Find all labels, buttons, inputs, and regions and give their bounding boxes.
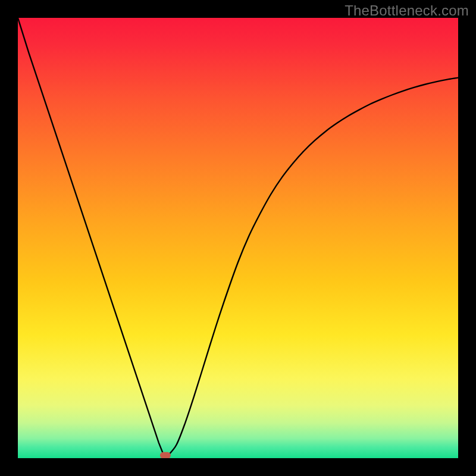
gradient-background: [18, 18, 458, 458]
watermark-text: TheBottleneck.com: [345, 2, 469, 19]
chart-frame: TheBottleneck.com: [0, 0, 476, 476]
bottleneck-chart: [18, 18, 458, 458]
plot-area: [18, 18, 458, 458]
min-marker: [160, 452, 171, 458]
